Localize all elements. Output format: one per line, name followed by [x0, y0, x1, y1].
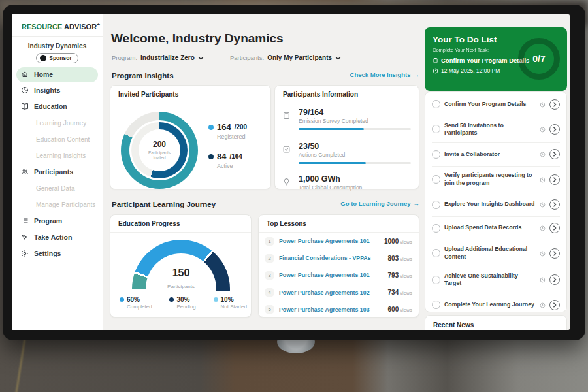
legend-item-not-started: 10% Not Started — [214, 296, 247, 310]
task-row-upload-spend-data[interactable]: Upload Spend Data Records — [432, 217, 560, 240]
participants-information-card: Participants Information 79/164 Emission… — [274, 85, 419, 189]
chevron-right-button[interactable] — [549, 99, 560, 110]
stat-consumption: 1,000 GWh Total Global Consumption — [282, 174, 411, 191]
lesson-views: 600views — [388, 306, 412, 313]
legend-item-registered: 164/200 Registered — [208, 122, 247, 140]
lesson-link[interactable]: Financial Considerations - VPPAs — [279, 255, 388, 261]
program-filter-dropdown[interactable]: Program: Industrialize Zero — [112, 54, 204, 61]
task-row-confirm-program[interactable]: Confirm Your Program Details — [432, 93, 560, 116]
sidebar-item-take-action[interactable]: Take Action — [12, 229, 103, 246]
gauge-legend: 60% Completed 30% Pending 10% Not Starte… — [120, 296, 247, 310]
logo-secondary: ADVISOR — [64, 23, 97, 31]
lesson-link[interactable]: Power Purchase Agreements 102 — [279, 289, 388, 296]
lesson-rank: 5 — [265, 305, 274, 314]
lesson-link[interactable]: Power Purchase Agreements 103 — [279, 306, 388, 313]
chevron-right-button[interactable] — [549, 149, 560, 159]
home-icon — [21, 71, 29, 78]
legend-item-active: 84/164 Active — [208, 152, 247, 169]
card-title: Invited Participants — [110, 86, 270, 103]
sidebar-item-home[interactable]: Home — [16, 67, 98, 82]
sidebar-item-manage-participants[interactable]: Manage Participants — [12, 197, 103, 213]
todo-summary-card: Your To Do List Complete Your Next Task:… — [425, 27, 567, 91]
program-list-icon — [21, 217, 29, 225]
task-checkbox[interactable] — [432, 100, 440, 108]
task-checkbox[interactable] — [432, 276, 440, 284]
program-filter-value: Industrialize Zero — [140, 54, 195, 61]
task-checkbox[interactable] — [432, 150, 440, 159]
task-checkbox[interactable] — [432, 249, 440, 257]
sidebar-item-learning-journey[interactable]: Learning Journey — [12, 115, 103, 131]
legend-item-completed: 60% Completed — [120, 296, 152, 310]
dashboard-screen: RESOURCE ADVISOR+ Industry Dynamics Spon… — [12, 14, 570, 330]
sponsor-badge[interactable]: Sponsor — [36, 53, 78, 63]
lesson-row[interactable]: 3 Power Purchase Agreements 101 793views — [259, 267, 419, 284]
sidebar-nav: Home Insights Education Learning Journey… — [12, 67, 103, 262]
lesson-views: 1000views — [384, 238, 412, 245]
top-lessons-card: Top Lessons 1 Power Purchase Agreements … — [258, 214, 419, 318]
sidebar-item-program[interactable]: Program — [12, 213, 103, 229]
todo-task-list: Confirm Your Program Details Send 50 Inv… — [425, 91, 567, 312]
sidebar-item-general-data[interactable]: General Data — [12, 180, 103, 197]
task-checkbox[interactable] — [432, 125, 440, 133]
chevron-right-button[interactable] — [549, 300, 560, 310]
sidebar-item-label: Manage Participants — [36, 201, 95, 208]
task-row-upload-educational-content[interactable]: Upload Additional Educational Content — [432, 240, 560, 267]
participants-filter-dropdown[interactable]: Participants: Only My Participants — [230, 54, 341, 61]
stat-label: Actions Completed — [299, 152, 411, 158]
chevron-right-button[interactable] — [549, 199, 560, 210]
chevron-right-button[interactable] — [549, 248, 560, 259]
sidebar-item-label: Participants — [34, 168, 73, 176]
lesson-rank: 1 — [265, 237, 274, 246]
chevron-right-button[interactable] — [549, 124, 560, 135]
sidebar-item-learning-insights[interactable]: Learning Insights — [12, 148, 103, 164]
stat-value: 79/164 — [299, 108, 411, 117]
lesson-row[interactable]: 1 Power Purchase Agreements 101 1000view… — [259, 233, 419, 250]
lesson-rank: 3 — [265, 271, 274, 280]
lesson-row[interactable]: 4 Power Purchase Agreements 102 734views — [259, 284, 419, 301]
task-row-invite-collaborator[interactable]: Invite a Collaborator — [432, 143, 560, 167]
gauge-count-label: Participants — [167, 284, 195, 289]
task-checkbox[interactable] — [432, 301, 440, 309]
participants-filter-value: Only My Participants — [267, 54, 332, 61]
lesson-link[interactable]: Power Purchase Agreements 101 — [279, 272, 388, 278]
task-row-explore-insights[interactable]: Explore Your Insights Dashboard — [432, 193, 560, 217]
lesson-rank: 4 — [265, 288, 274, 297]
sidebar-item-participants[interactable]: Participants — [12, 164, 103, 180]
legend-dot — [169, 297, 174, 302]
stat-label: Emission Survey Completed — [299, 118, 411, 124]
task-checkbox[interactable] — [432, 201, 440, 209]
lesson-link[interactable]: Power Purchase Agreements 101 — [279, 238, 384, 244]
sidebar-item-insights[interactable]: Insights — [12, 82, 103, 99]
stat-actions: 23/50 Actions Completed — [282, 142, 411, 164]
clock-icon — [433, 68, 438, 74]
chevron-right-button[interactable] — [549, 274, 560, 285]
recent-news-card: Recent News — [425, 315, 567, 330]
task-checkbox[interactable] — [432, 224, 440, 233]
sidebar-item-education-content[interactable]: Education Content — [12, 131, 103, 148]
clock-icon — [540, 302, 546, 308]
task-row-verify-participants[interactable]: Verify participants requesting to join t… — [432, 167, 560, 193]
invited-donut: 200 Participants Invited — [121, 112, 198, 189]
task-row-complete-learning-journey[interactable]: Complete Your Learning Journey — [432, 293, 560, 312]
task-row-achieve-target[interactable]: Achieve One Sustainability Target — [432, 267, 560, 294]
org-name: Industry Dynamics — [12, 42, 103, 50]
recent-news-heading: Recent News — [425, 316, 566, 330]
sidebar-item-settings[interactable]: Settings — [12, 246, 103, 262]
sponsor-icon — [40, 55, 46, 61]
check-more-insights-link[interactable]: Check More Insights → — [350, 71, 419, 78]
take-action-icon — [21, 233, 29, 241]
sidebar-item-label: Settings — [34, 250, 61, 257]
chevron-right-button[interactable] — [549, 174, 560, 185]
go-to-learning-journey-link[interactable]: Go to Learning Journey → — [340, 200, 419, 207]
invited-legend: 164/200 Registered 84/164 Active — [208, 122, 247, 181]
chevron-down-icon — [335, 56, 341, 60]
registered-label: Registered — [217, 133, 247, 140]
chevron-right-button[interactable] — [549, 223, 560, 233]
sidebar-item-education[interactable]: Education — [12, 99, 103, 115]
actions-check-icon — [282, 145, 291, 154]
lesson-row[interactable]: 5 Power Purchase Agreements 103 600views — [259, 301, 419, 318]
lesson-row[interactable]: 2 Financial Considerations - VPPAs 803vi… — [259, 250, 419, 267]
task-checkbox[interactable] — [432, 175, 440, 184]
sidebar-item-label: Learning Journey — [36, 120, 86, 127]
task-row-send-invitations[interactable]: Send 50 Invitations to Participants — [432, 116, 560, 143]
